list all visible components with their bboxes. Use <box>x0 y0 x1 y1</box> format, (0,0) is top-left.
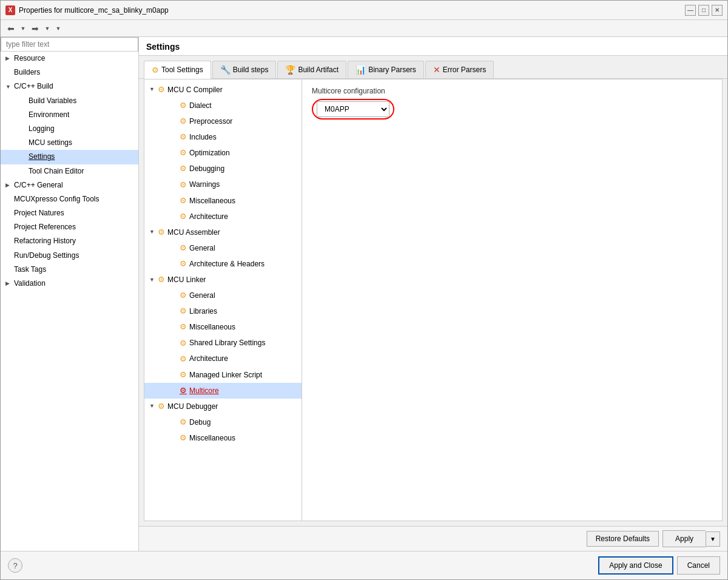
back-dropdown[interactable]: ▼ <box>19 22 27 35</box>
linker-misc-icon: ⚙ <box>180 320 187 334</box>
optimization-icon: ⚙ <box>180 146 187 160</box>
settings-content: ▼ ⚙ MCU C Compiler ⚙ Dialect ⚙ P <box>144 79 723 521</box>
sidebar-item-mcuxpresso[interactable]: MCUXpresso Config Tools <box>1 192 138 206</box>
tab-binary-parsers[interactable]: 📊 Binary Parsers <box>348 61 424 78</box>
tree-mcu-debugger[interactable]: ▼ ⚙ MCU Debugger <box>144 399 302 414</box>
warnings-icon: ⚙ <box>180 178 187 192</box>
dialect-icon: ⚙ <box>180 99 187 112</box>
tree-libraries[interactable]: ⚙ Libraries <box>144 303 302 319</box>
more-dropdown[interactable]: ▼ <box>54 22 62 35</box>
expand-icon: ▼ <box>149 228 157 237</box>
maximize-button[interactable]: □ <box>698 5 709 16</box>
linker-icon: ⚙ <box>158 273 165 286</box>
sidebar-item-run-debug[interactable]: Run/Debug Settings <box>1 249 138 263</box>
sidebar-item-label: Resource <box>14 53 45 64</box>
apply-dropdown-button[interactable]: ▼ <box>706 531 720 547</box>
tree-debugging[interactable]: ⚙ Debugging <box>144 161 302 177</box>
sidebar-item-task-tags[interactable]: Task Tags <box>1 263 138 277</box>
sidebar-item-cpp-general[interactable]: ▶ C/C++ General <box>1 178 138 192</box>
footer-left: ? <box>8 558 22 573</box>
sidebar-item-project-references[interactable]: Project References <box>1 220 138 234</box>
tree-debug[interactable]: ⚙ Debug <box>144 414 302 430</box>
tree-arch-headers[interactable]: ⚙ Architecture & Headers <box>144 256 302 272</box>
tree-node-label: Shared Library Settings <box>189 337 265 349</box>
sidebar-item-resource[interactable]: ▶ Resource <box>1 52 138 66</box>
sidebar-item-refactoring[interactable]: Refactoring History <box>1 234 138 248</box>
expand-icon: ▼ <box>149 275 157 285</box>
sidebar-item-cpp-build[interactable]: ▼ C/C++ Build <box>1 79 138 93</box>
tree-node-label: Debugging <box>189 163 224 175</box>
sidebar-item-toolchain[interactable]: Tool Chain Editor <box>1 164 138 178</box>
debugging-icon: ⚙ <box>180 162 187 175</box>
tree-linker-arch[interactable]: ⚙ Architecture <box>144 351 302 367</box>
config-label: Multicore configuration <box>312 87 712 95</box>
tree-miscellaneous[interactable]: ⚙ Miscellaneous <box>144 193 302 209</box>
tree-multicore[interactable]: ⚙ Multicore <box>144 383 302 399</box>
sidebar-item-settings[interactable]: Settings <box>1 150 138 164</box>
sidebar-item-builders[interactable]: Builders <box>1 66 138 79</box>
compiler-icon: ⚙ <box>158 83 165 96</box>
help-button[interactable]: ? <box>8 558 22 573</box>
tree-node-label: Miscellaneous <box>189 195 235 207</box>
tab-build-artifact[interactable]: 🏆 Build Artifact <box>277 61 346 78</box>
back-button[interactable]: ⬅ <box>4 22 18 35</box>
tree-node-label: Optimization <box>189 147 230 159</box>
sidebar-item-mcu-settings[interactable]: MCU settings <box>1 136 138 150</box>
forward-dropdown[interactable]: ▼ <box>43 22 52 35</box>
apply-button[interactable]: Apply <box>662 530 706 547</box>
tree-preprocessor[interactable]: ⚙ Preprocessor <box>144 113 302 129</box>
filter-input[interactable] <box>1 37 138 52</box>
sidebar-item-label: Run/Debug Settings <box>14 250 79 261</box>
multicore-icon: ⚙ <box>180 384 187 397</box>
sidebar-item-label: Validation <box>14 278 46 289</box>
tree-asm-general[interactable]: ⚙ General <box>144 240 302 256</box>
tree-includes[interactable]: ⚙ Includes <box>144 129 302 145</box>
tool-settings-icon: ⚙ <box>152 66 159 75</box>
tree-linker-general[interactable]: ⚙ General <box>144 288 302 303</box>
multicore-config-select[interactable]: M0APP M4APP None <box>317 101 389 117</box>
tree-architecture-compiler[interactable]: ⚙ Architecture <box>144 209 302 224</box>
tab-error-parsers[interactable]: ✕ Error Parsers <box>425 61 494 78</box>
tree-mcu-linker[interactable]: ▼ ⚙ MCU Linker <box>144 272 302 288</box>
tree-node-label: Multicore <box>189 385 219 397</box>
tree-mcu-assembler[interactable]: ▼ ⚙ MCU Assembler <box>144 224 302 240</box>
sidebar-item-validation[interactable]: ▶ Validation <box>1 277 138 291</box>
sidebar-item-project-natures[interactable]: Project Natures <box>1 206 138 220</box>
close-button[interactable]: ✕ <box>712 5 723 16</box>
error-parsers-icon: ✕ <box>433 65 440 75</box>
tree-node-label: Architecture <box>189 352 228 365</box>
tab-build-steps[interactable]: 🔧 Build steps <box>212 61 277 78</box>
sidebar-item-label: Logging <box>29 123 55 135</box>
tree-optimization[interactable]: ⚙ Optimization <box>144 145 302 161</box>
tree-dialect[interactable]: ⚙ Dialect <box>144 98 302 113</box>
tree-node-label: Debug <box>189 416 211 428</box>
binary-parsers-icon: 📊 <box>356 65 366 75</box>
right-panel: Settings ⚙ Tool Settings 🔧 Build steps <box>139 37 727 551</box>
minimize-button[interactable]: — <box>685 5 696 16</box>
cancel-button[interactable]: Cancel <box>677 556 720 575</box>
assembler-icon: ⚙ <box>158 226 165 239</box>
forward-button[interactable]: ➡ <box>29 22 42 35</box>
tree-node-label: Miscellaneous <box>189 321 235 333</box>
dbg-misc-icon: ⚙ <box>180 431 187 445</box>
restore-defaults-button[interactable]: Restore Defaults <box>587 531 659 547</box>
window-controls: — □ ✕ <box>685 5 723 16</box>
sidebar-item-build-variables[interactable]: Build Variables <box>1 94 138 108</box>
tab-tool-settings[interactable]: ⚙ Tool Settings <box>144 61 211 79</box>
tab-label: Build Artifact <box>298 66 339 74</box>
tab-label: Tool Settings <box>161 66 203 74</box>
tree-shared-lib[interactable]: ⚙ Shared Library Settings <box>144 336 302 351</box>
tree-managed-linker[interactable]: ⚙ Managed Linker Script <box>144 367 302 383</box>
sidebar-item-environment[interactable]: Environment <box>1 108 138 122</box>
tree-node-label: Dialect <box>189 99 212 112</box>
sidebar-item-label: MCUXpresso Config Tools <box>14 194 99 205</box>
apply-and-close-button[interactable]: Apply and Close <box>598 556 673 575</box>
tree-linker-misc[interactable]: ⚙ Miscellaneous <box>144 319 302 335</box>
tree-node-label: Warnings <box>189 178 220 191</box>
window-title: Properties for multicore_mc_sa_blinky_m0… <box>19 6 685 15</box>
sidebar-item-label: Builders <box>14 67 40 78</box>
tree-dbg-misc[interactable]: ⚙ Miscellaneous <box>144 430 302 446</box>
tree-mcu-c-compiler[interactable]: ▼ ⚙ MCU C Compiler <box>144 82 302 98</box>
sidebar-item-logging[interactable]: Logging <box>1 122 138 136</box>
tree-warnings[interactable]: ⚙ Warnings <box>144 177 302 193</box>
